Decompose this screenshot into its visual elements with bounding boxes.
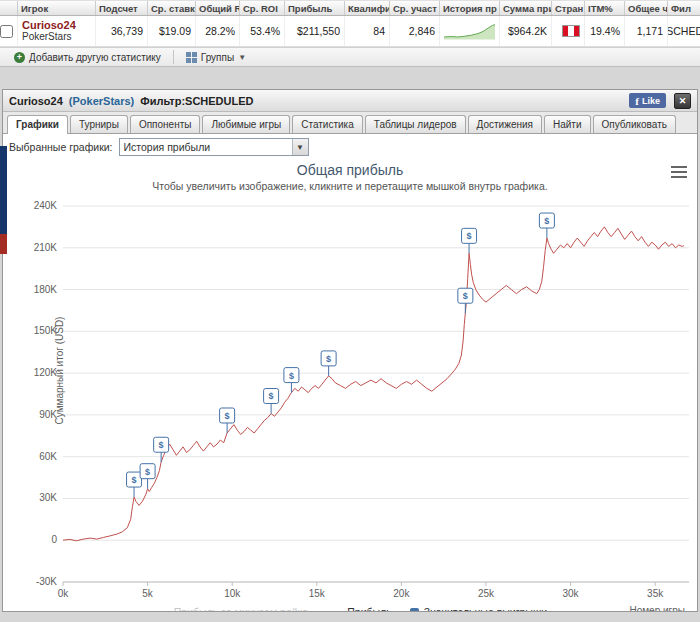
chevron-down-icon: ▼: [292, 139, 308, 155]
col-checkbox: [0, 1, 18, 15]
tab-tournaments[interactable]: Турниры: [70, 115, 128, 133]
tab-opponents[interactable]: Оппоненты: [130, 115, 201, 133]
value-qualified: 84: [345, 16, 390, 46]
close-button[interactable]: ✕: [674, 93, 691, 109]
chart-plot-area[interactable]: -30K030K60K90K120K150K180K210K240K0k5k10…: [5, 194, 697, 599]
col-player[interactable]: Игрок: [18, 1, 96, 15]
col-filter[interactable]: Фил: [668, 1, 700, 15]
value-profit: $211,550: [285, 16, 345, 46]
stats-table-header: Игрок Подсчет Ср. ставк Общий R Ср. ROI …: [0, 0, 700, 16]
chart-select[interactable]: История прибыли ▼: [119, 138, 309, 156]
legend-wins-label: Значительные выигрыши: [424, 606, 547, 611]
y-axis-title: Суммарный итог (USD): [54, 271, 65, 471]
player-name[interactable]: Curioso24: [22, 19, 76, 31]
legend-profit-minus-rake[interactable]: Прибыль за минусом рейка: [153, 606, 308, 611]
x-axis-title: Номер игры: [629, 605, 685, 611]
legend-rake-label: Прибыль за минусом рейка: [174, 606, 308, 611]
svg-text:$: $: [132, 475, 137, 485]
svg-text:$: $: [326, 354, 331, 364]
col-itm[interactable]: ITM%: [585, 1, 625, 15]
value-total-n: 1,171: [625, 16, 668, 46]
panel-player-name: Curioso24: [9, 95, 63, 107]
svg-text:240K: 240K: [34, 200, 58, 211]
toolbar: + Добавить другую статистику Группы ▼: [0, 47, 700, 67]
col-profit-history[interactable]: История пр: [440, 1, 500, 15]
chevron-down-icon: ▼: [238, 53, 246, 62]
groups-icon: [186, 52, 197, 63]
chart-select-value: История прибыли: [120, 141, 292, 153]
svg-text:$: $: [289, 371, 294, 381]
add-icon: +: [14, 52, 25, 63]
svg-text:25k: 25k: [478, 588, 495, 599]
chart-subtitle: Чтобы увеличить изображение, кликните и …: [5, 180, 695, 192]
svg-text:$: $: [467, 231, 472, 241]
add-statistic-label: Добавить другую статистику: [29, 52, 161, 63]
chart-selector-label: Выбранные графики:: [9, 141, 113, 153]
svg-text:20k: 20k: [393, 588, 410, 599]
svg-text:35k: 35k: [647, 588, 664, 599]
value-total-prizes: $964.2K: [500, 16, 552, 46]
legend-profit[interactable]: Прибыль: [326, 606, 391, 611]
player-site: PokerStars: [22, 31, 71, 43]
profit-chart[interactable]: Общая прибыль Чтобы увеличить изображени…: [3, 160, 697, 611]
profit-history-sparkline[interactable]: [440, 16, 500, 46]
legend-significant-wins[interactable]: Значительные выигрыши: [410, 606, 547, 611]
svg-text:$: $: [145, 467, 150, 477]
col-avg-roi[interactable]: Ср. ROI: [240, 1, 285, 15]
svg-text:-30K: -30K: [36, 576, 57, 587]
tab-favorite-games[interactable]: Любимые игры: [202, 115, 290, 133]
svg-text:30K: 30K: [39, 492, 57, 503]
col-profit[interactable]: Прибыль: [285, 1, 345, 15]
col-avg-stake[interactable]: Ср. ставк: [148, 1, 196, 15]
value-avg-entrants: 2,846: [390, 16, 440, 46]
tab-achievements[interactable]: Достижения: [468, 115, 542, 133]
svg-text:0: 0: [51, 534, 57, 545]
player-cell[interactable]: Curioso24 PokerStars: [18, 16, 96, 46]
value-overall-roi: 28.2%: [196, 16, 240, 46]
col-total-n[interactable]: Общее ч: [625, 1, 668, 15]
like-label: Like: [642, 96, 660, 106]
svg-text:$: $: [544, 216, 549, 226]
col-overall-roi[interactable]: Общий R: [196, 1, 240, 15]
facebook-like-button[interactable]: f Like: [629, 93, 666, 108]
table-row: Curioso24 PokerStars 36,739 $19.09 28.2%…: [0, 16, 700, 47]
svg-text:0k: 0k: [58, 588, 70, 599]
tab-leaderboards[interactable]: Таблицы лидеров: [365, 115, 466, 133]
tab-charts[interactable]: Графики: [7, 115, 68, 134]
tab-publish[interactable]: Опубликовать: [593, 115, 676, 133]
legend-wins-marker: [410, 608, 419, 612]
page-edge-red-strip: [0, 234, 7, 254]
col-total-prizes[interactable]: Сумма приз: [500, 1, 552, 15]
value-avg-stake: $19.09: [148, 16, 196, 46]
legend-profit-label: Прибыль: [347, 606, 391, 611]
charts-tab-content: Выбранные графики: История прибыли ▼ Общ…: [3, 134, 697, 611]
svg-text:$: $: [269, 391, 274, 401]
panel-site-link[interactable]: (PokerStars): [69, 95, 134, 107]
add-statistic-button[interactable]: + Добавить другую статистику: [6, 48, 169, 66]
panel-header: Curioso24 (PokerStars) Фильтр:SCHEDULED …: [3, 90, 697, 112]
tab-statistics[interactable]: Статистика: [292, 115, 363, 133]
value-filter: SCHED: [668, 16, 700, 46]
col-country[interactable]: Стран: [552, 1, 585, 15]
chart-menu-icon[interactable]: [671, 166, 687, 178]
player-select-checkbox[interactable]: [0, 25, 13, 38]
tab-find[interactable]: Найти: [544, 115, 591, 133]
chart-title: Общая прибыль: [5, 162, 695, 178]
peru-flag-icon: [562, 25, 580, 37]
svg-text:$: $: [225, 411, 230, 421]
value-itm: 19.4%: [585, 16, 625, 46]
chart-legend: Прибыль за минусом рейка Прибыль Значите…: [5, 603, 695, 611]
country-flag-peru: [552, 16, 585, 46]
value-avg-roi: 53.4%: [240, 16, 285, 46]
svg-text:$: $: [463, 291, 468, 301]
col-count[interactable]: Подсчет: [96, 1, 148, 15]
svg-text:30k: 30k: [563, 588, 580, 599]
value-count: 36,739: [96, 16, 148, 46]
svg-text:$: $: [159, 440, 164, 450]
col-avg-entrants[interactable]: Ср. участ: [390, 1, 440, 15]
sparkline-graph[interactable]: [444, 21, 495, 41]
col-qualified[interactable]: Квалифи: [345, 1, 390, 15]
groups-label: Группы: [201, 52, 234, 63]
stats-table: Игрок Подсчет Ср. ставк Общий R Ср. ROI …: [0, 0, 700, 47]
groups-button[interactable]: Группы ▼: [178, 48, 254, 66]
